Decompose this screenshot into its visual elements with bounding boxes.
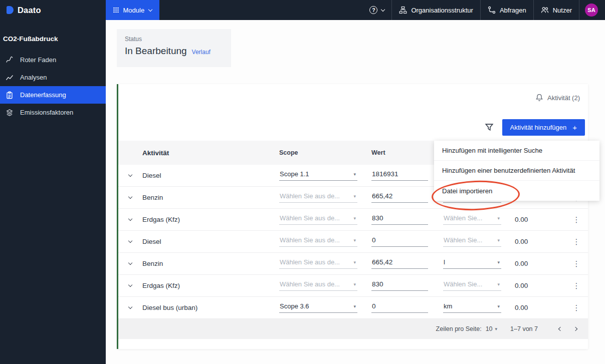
caret-down-icon: ▾ bbox=[353, 238, 356, 243]
row-menu-button[interactable]: ⋮ bbox=[565, 259, 588, 268]
scope-placeholder: Wählen Sie aus de... bbox=[280, 192, 340, 200]
bell-icon bbox=[535, 94, 543, 102]
einheit-select[interactable]: Wählen Sie...▾ bbox=[443, 214, 501, 225]
einheit-select[interactable]: Wählen Sie...▾ bbox=[443, 280, 501, 291]
wert-input[interactable]: 1816931 bbox=[371, 170, 428, 181]
table-row: Erdgas (Kfz) Wählen Sie aus de...▾ 830 W… bbox=[118, 209, 588, 231]
sidebar-item-label: Datenerfassung bbox=[20, 91, 66, 99]
prev-page-button[interactable] bbox=[553, 327, 568, 330]
row-expand-button[interactable] bbox=[118, 285, 142, 286]
row-menu-button[interactable]: ⋮ bbox=[565, 237, 588, 246]
nav-nutzer[interactable]: Nutzer bbox=[533, 0, 579, 20]
header-wert: Wert bbox=[371, 149, 443, 156]
nav-label: Nutzer bbox=[553, 7, 572, 14]
sidebar-item-analysen[interactable]: Analysen bbox=[0, 69, 106, 86]
einheit-placeholder: Wählen Sie... bbox=[444, 214, 482, 222]
chevron-right-icon bbox=[573, 327, 577, 331]
row-menu-button[interactable]: ⋮ bbox=[565, 215, 588, 224]
scope-select[interactable]: Scope 1.1▾ bbox=[279, 170, 357, 181]
activity-name: Diesel bus (urban) bbox=[142, 304, 279, 311]
scope-placeholder: Wählen Sie aus de... bbox=[280, 280, 340, 288]
scope-select[interactable]: Wählen Sie aus de...▾ bbox=[279, 192, 357, 203]
sidebar-item-label: Roter Faden bbox=[20, 56, 56, 64]
wert-input[interactable]: 0 bbox=[371, 236, 428, 247]
row-expand-button[interactable] bbox=[118, 263, 142, 264]
topbar: Daato Module ? Organisationsstruktur Abf… bbox=[0, 0, 605, 20]
einheit-placeholder: Wählen Sie... bbox=[444, 236, 482, 244]
scope-placeholder: Wählen Sie aus de... bbox=[280, 258, 340, 266]
scope-select[interactable]: Wählen Sie aus de...▾ bbox=[279, 280, 357, 291]
kebab-icon: ⋮ bbox=[573, 259, 580, 268]
result-value: 0.00 bbox=[515, 260, 565, 267]
filter-button[interactable] bbox=[485, 123, 494, 132]
kebab-icon: ⋮ bbox=[573, 303, 580, 312]
row-expand-button[interactable] bbox=[118, 197, 142, 198]
activity-name: Diesel bbox=[142, 172, 279, 179]
filter-icon bbox=[485, 123, 494, 132]
chevron-left-icon bbox=[558, 327, 562, 331]
data-panel: Aktivität (2) Aktivität hinzufügen + Akt… bbox=[117, 84, 588, 349]
table-row: Diesel bus (urban) Scope 3.6▾ 0 km▾ 0.00… bbox=[118, 297, 588, 319]
scope-select[interactable]: Scope 3.6▾ bbox=[279, 302, 357, 313]
module-button[interactable]: Module bbox=[106, 0, 159, 20]
table-footer: Zeilen pro Seite: 10 ▾ 1–7 von 7 bbox=[118, 319, 588, 339]
sidebar-item-label: Emissionsfaktoren bbox=[20, 109, 73, 116]
caret-down-icon: ▾ bbox=[353, 172, 356, 177]
row-menu-button[interactable]: ⋮ bbox=[565, 303, 588, 312]
einheit-value: l bbox=[444, 258, 445, 266]
pagination-range: 1–7 von 7 bbox=[510, 325, 538, 332]
sidebar-item-roter-faden[interactable]: Roter Faden bbox=[0, 51, 106, 69]
wert-input[interactable]: 830 bbox=[371, 214, 428, 225]
menu-item-benutzerdefinierte-aktivitaet[interactable]: Hinzufügen einer benutzerdefinierten Akt… bbox=[434, 161, 599, 181]
chevron-down-icon bbox=[128, 217, 132, 221]
add-activity-button[interactable]: Aktivität hinzufügen + bbox=[502, 119, 585, 136]
chevron-down-icon bbox=[381, 7, 385, 11]
wert-input[interactable]: 0 bbox=[371, 302, 428, 313]
scope-select[interactable]: Wählen Sie aus de...▾ bbox=[279, 236, 357, 247]
nav-abfragen[interactable]: Abfragen bbox=[480, 0, 533, 20]
wert-input[interactable]: 665,42 bbox=[371, 192, 428, 203]
add-activity-menu: Hinzufügen mit intelligenter Suche Hinzu… bbox=[434, 141, 599, 201]
add-activity-label: Aktivität hinzufügen bbox=[510, 124, 567, 131]
wert-input[interactable]: 665,42 bbox=[371, 258, 428, 269]
header-aktivitaet: Aktivität bbox=[142, 149, 279, 157]
scope-placeholder: Wählen Sie aus de... bbox=[280, 214, 340, 222]
rows-per-page-select[interactable]: 10 ▾ bbox=[486, 325, 497, 332]
einheit-select[interactable]: Wählen Sie...▾ bbox=[443, 236, 501, 247]
caret-down-icon: ▾ bbox=[353, 304, 356, 309]
verlauf-link[interactable]: Verlauf bbox=[192, 49, 211, 56]
nav-organisationsstruktur[interactable]: Organisationsstruktur bbox=[391, 0, 480, 20]
row-expand-button[interactable] bbox=[118, 175, 142, 176]
users-icon bbox=[541, 6, 549, 14]
wert-input[interactable]: 830 bbox=[371, 280, 428, 291]
result-value: 0.00 bbox=[515, 216, 565, 223]
menu-item-intelligente-suche[interactable]: Hinzufügen mit intelligenter Suche bbox=[434, 141, 599, 161]
row-expand-button[interactable] bbox=[118, 219, 142, 220]
chevron-down-icon bbox=[128, 261, 132, 265]
scope-placeholder: Wählen Sie aus de... bbox=[280, 236, 340, 244]
user-avatar[interactable]: SA bbox=[585, 4, 598, 17]
scope-select[interactable]: Wählen Sie aus de...▾ bbox=[279, 214, 357, 225]
status-label: Status bbox=[125, 36, 223, 43]
activity-badge[interactable]: Aktivität (2) bbox=[535, 94, 580, 102]
row-expand-button[interactable] bbox=[118, 241, 142, 242]
next-page-button[interactable] bbox=[568, 327, 583, 330]
help-menu[interactable]: ? bbox=[362, 0, 391, 20]
sidebar-item-emissionsfaktoren[interactable]: Emissionsfaktoren bbox=[0, 104, 106, 121]
menu-item-datei-importieren[interactable]: Datei importieren bbox=[434, 181, 599, 201]
row-menu-button[interactable]: ⋮ bbox=[565, 281, 588, 290]
nav-label: Organisationsstruktur bbox=[411, 7, 473, 14]
chevron-down-icon bbox=[128, 305, 132, 309]
sidebar-item-label: Analysen bbox=[20, 74, 47, 81]
sidebar-item-datenerfassung[interactable]: Datenerfassung bbox=[0, 86, 106, 104]
einheit-select[interactable]: l▾ bbox=[443, 258, 501, 269]
activity-name: Diesel bbox=[142, 238, 279, 245]
row-expand-button[interactable] bbox=[118, 307, 142, 308]
scope-select[interactable]: Wählen Sie aus de...▾ bbox=[279, 258, 357, 269]
result-value: 0.00 bbox=[515, 282, 565, 289]
einheit-select[interactable]: km▾ bbox=[443, 302, 501, 313]
activity-name: Erdgas (Kfz) bbox=[142, 216, 279, 223]
caret-down-icon: ▾ bbox=[353, 216, 356, 221]
rows-per-page-label: Zeilen pro Seite: bbox=[436, 325, 482, 332]
activity-name: Benzin bbox=[142, 260, 279, 267]
